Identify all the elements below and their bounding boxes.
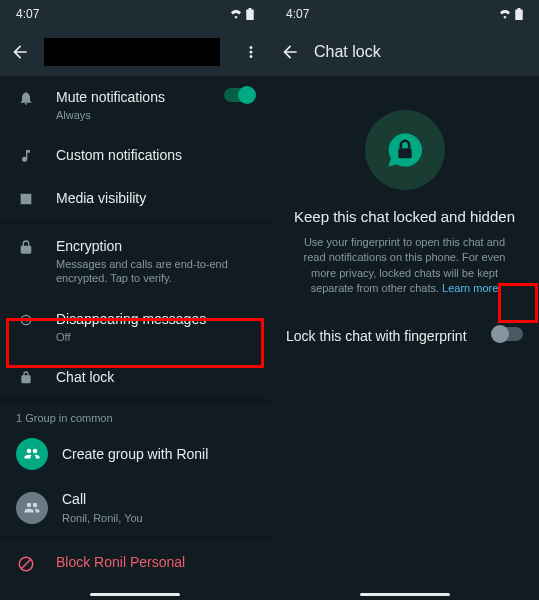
bell-icon <box>16 88 36 106</box>
group-avatar-icon <box>16 492 48 524</box>
status-icons <box>498 8 523 20</box>
nav-indicator <box>90 593 180 596</box>
status-bar: 4:07 <box>270 0 539 28</box>
status-icons <box>229 8 254 20</box>
wifi-icon <box>498 9 512 19</box>
lock-icon <box>16 237 36 255</box>
clock: 4:07 <box>16 7 39 21</box>
contact-info-screen: 4:07 Mute notifications Always <box>0 0 270 600</box>
call-sub: Ronil, Ronil, You <box>62 511 254 525</box>
custom-notifications-row[interactable]: Custom notifications <box>0 134 270 176</box>
app-bar <box>0 28 270 76</box>
nav-indicator <box>360 593 450 596</box>
page-title: Chat lock <box>314 43 529 61</box>
lock-toggle[interactable] <box>493 327 523 341</box>
lock-fingerprint-row[interactable]: Lock this chat with fingerprint <box>270 307 539 365</box>
mute-notifications-row[interactable]: Mute notifications Always <box>0 76 270 134</box>
music-note-icon <box>16 146 36 164</box>
learn-more-link[interactable]: Learn more <box>442 282 498 294</box>
battery-icon <box>246 8 254 20</box>
settings-list: Mute notifications Always Custom notific… <box>0 76 270 600</box>
mute-toggle[interactable] <box>224 88 254 102</box>
create-group-row[interactable]: Create group with Ronil <box>0 428 270 480</box>
media-visibility-row[interactable]: Media visibility <box>0 177 270 219</box>
call-label: Call <box>62 490 254 508</box>
hero-title: Keep this chat locked and hidden <box>294 208 515 225</box>
contact-name-redacted <box>44 38 220 66</box>
chat-lock-row[interactable]: Chat lock <box>0 356 270 398</box>
chat-lock-icon <box>16 368 36 386</box>
custom-label: Custom notifications <box>56 146 254 164</box>
mute-label: Mute notifications <box>56 88 204 106</box>
block-label: Block Ronil Personal <box>56 553 254 571</box>
back-icon[interactable] <box>280 42 300 62</box>
battery-icon <box>515 8 523 20</box>
svg-rect-2 <box>398 148 411 158</box>
groups-header: 1 Group in common <box>0 404 270 428</box>
encryption-label: Encryption <box>56 237 254 255</box>
chat-lock-content: Keep this chat locked and hidden Use you… <box>270 76 539 600</box>
disappearing-sub: Off <box>56 330 254 344</box>
encryption-row[interactable]: Encryption Messages and calls are end-to… <box>0 225 270 298</box>
lock-toggle-label: Lock this chat with fingerprint <box>286 327 473 345</box>
chat-lock-hero-icon <box>365 110 445 190</box>
clock: 4:07 <box>286 7 309 21</box>
back-icon[interactable] <box>10 42 30 62</box>
image-icon <box>16 189 36 207</box>
hero-description: Use your fingerprint to open this chat a… <box>290 235 519 297</box>
mute-sub: Always <box>56 108 204 122</box>
chat-lock-screen: 4:07 Chat lock Keep this chat locked and… <box>270 0 539 600</box>
disappearing-messages-row[interactable]: Disappearing messages Off <box>0 298 270 356</box>
encryption-sub: Messages and calls are end-to-end encryp… <box>56 257 254 286</box>
more-icon[interactable] <box>242 43 260 61</box>
timer-icon <box>16 310 36 328</box>
block-icon <box>16 553 36 573</box>
media-label: Media visibility <box>56 189 254 207</box>
hero: Keep this chat locked and hidden Use you… <box>270 76 539 307</box>
call-group-row[interactable]: Call Ronil, Ronil, You <box>0 480 270 534</box>
wifi-icon <box>229 9 243 19</box>
block-row[interactable]: Block Ronil Personal <box>0 541 270 585</box>
chatlock-label: Chat lock <box>56 368 254 386</box>
create-group-label: Create group with Ronil <box>62 445 254 463</box>
app-bar: Chat lock <box>270 28 539 76</box>
disappearing-label: Disappearing messages <box>56 310 254 328</box>
create-group-icon <box>16 438 48 470</box>
status-bar: 4:07 <box>0 0 270 28</box>
svg-line-1 <box>22 559 31 568</box>
